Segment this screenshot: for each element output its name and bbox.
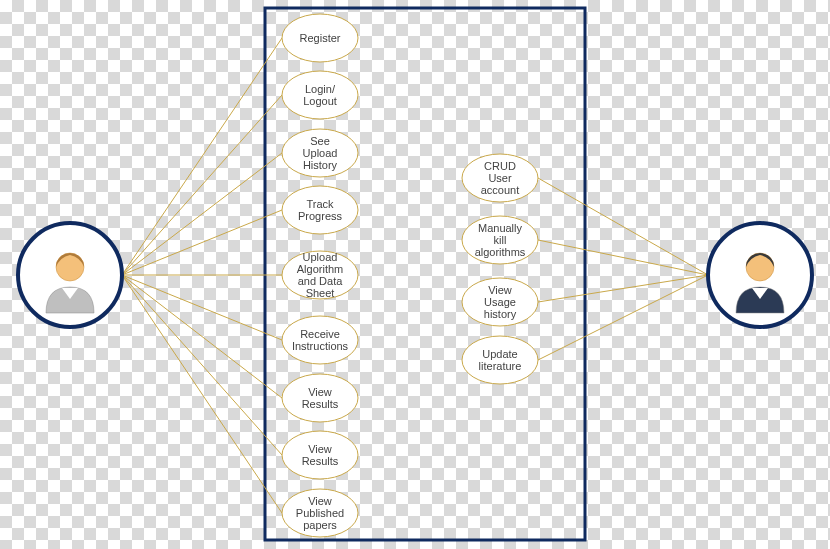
use-case-upload-algo	[282, 251, 358, 299]
use-case-view-results-2	[282, 431, 358, 479]
connector-user-track-progress	[122, 210, 282, 275]
connector-user-view-results-1	[122, 275, 282, 398]
use-case-view-papers	[282, 489, 358, 537]
use-case-upload-history	[282, 129, 358, 177]
connector-user-view-papers	[122, 275, 282, 513]
use-case-crud-user	[462, 154, 538, 202]
use-case-receive-instr	[282, 316, 358, 364]
use-case-view-results-1	[282, 374, 358, 422]
connector-user-receive-instr	[122, 275, 282, 340]
connector-user-view-results-2	[122, 275, 282, 455]
use-case-register	[282, 14, 358, 62]
connector-admin-crud-user	[538, 178, 708, 275]
connector-admin-usage-history	[538, 275, 708, 302]
connector-admin-kill-algo	[538, 240, 708, 275]
use-case-diagram	[0, 0, 830, 549]
connector-user-upload-history	[122, 153, 282, 275]
connector-admin-update-lit	[538, 275, 708, 360]
use-case-usage-history	[462, 278, 538, 326]
use-case-track-progress	[282, 186, 358, 234]
connector-user-login-logout	[122, 95, 282, 275]
use-case-update-lit	[462, 336, 538, 384]
use-case-login-logout	[282, 71, 358, 119]
connector-user-register	[122, 38, 282, 275]
use-case-kill-algo	[462, 216, 538, 264]
